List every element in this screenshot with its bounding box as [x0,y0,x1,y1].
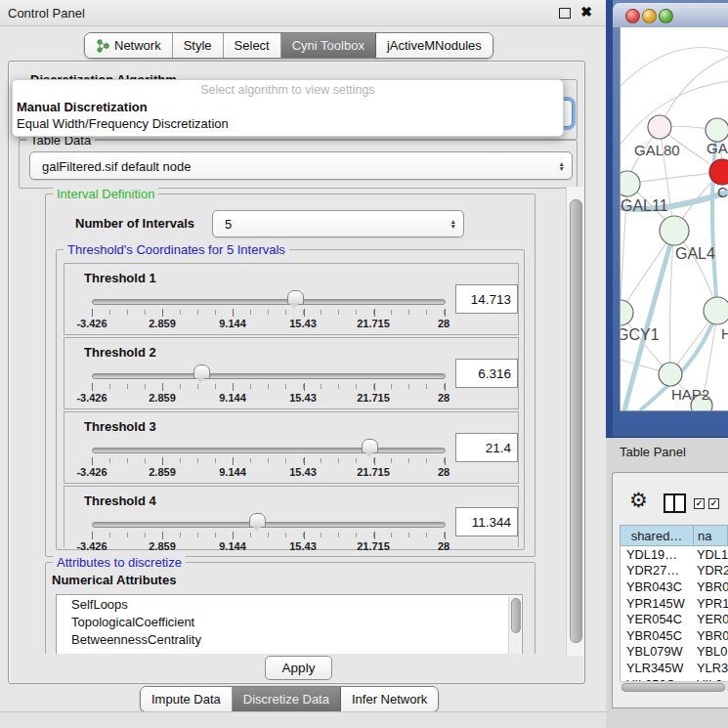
network-node-label: GCY1 [621,326,660,343]
tab-infer-network[interactable]: Infer Network [341,687,438,711]
table-row[interactable]: YER054CYER0 [621,611,728,627]
tab-discretize-data[interactable]: Discretize Data [233,687,341,711]
interval-definition-group: Interval Definition Number of Intervals … [45,193,535,557]
settings-scrollbar-thumb[interactable] [570,199,582,643]
app-root: Control Panel ✖ Network Style Select Cyn… [0,0,728,728]
network-node-label: GAL11 [621,197,668,214]
network-node-label: GAL4 [675,245,715,262]
thresholds-title: Threshold's Coordinates for 5 Intervals [64,242,289,257]
slider-ticks [92,384,445,389]
zoom-traffic-light-icon[interactable] [659,9,673,23]
threshold-2-panel: Threshold 2 -3.4262.8599.144 15.4321.715… [64,337,519,409]
apply-button[interactable]: Apply [265,656,332,680]
dropdown-option-manual[interactable]: Manual Discretization [17,100,148,114]
slider-tick-labels: -3.4262.8599.144 15.4321.71528 [92,392,444,404]
tab-style[interactable]: Style [173,33,224,58]
slider-tick-labels: -3.4262.8599.144 15.4321.71528 [92,318,444,329]
threshold-1-value-field[interactable]: 14.713 [455,284,518,314]
table-data-combobox[interactable]: galFiltered.sif default node ▲▼ [29,151,573,180]
gear-icon[interactable]: ⚙ [629,490,648,510]
slider-tick-labels: -3.4262.8599.144 15.4321.71528 [92,540,444,552]
network-canvas[interactable]: GAL80GACGAL11GAL4GCY1HHAP2 [620,27,728,411]
table-row[interactable]: YPR145WYPR1 [621,595,728,612]
threshold-4-label: Threshold 4 [84,493,156,508]
tab-cyni-toolbox[interactable]: Cyni Toolbox [281,33,376,58]
settings-scrollbar[interactable] [566,187,583,656]
table-hscrollbar-thumb[interactable] [621,683,725,692]
tab-network-label: Network [114,38,161,53]
number-of-intervals-combobox[interactable]: 5 ▲▼ [212,210,464,237]
tab-select[interactable]: Select [224,33,281,58]
threshold-3-panel: Threshold 3 -3.4262.8599.144 15.4321.715… [64,411,519,484]
close-icon[interactable]: ✖ [580,4,592,20]
column-header-shared-name[interactable]: shared… [620,525,694,546]
interval-definition-title: Interval Definition [53,187,158,201]
threshold-2-value-field[interactable]: 6.316 [455,359,518,388]
tab-impute-data-label: Impute Data [151,692,221,707]
control-panel-titlebar: Control Panel ✖ [0,0,606,26]
network-node[interactable] [704,297,728,324]
apply-button-label: Apply [282,661,316,675]
tab-impute-data[interactable]: Impute Data [141,687,233,711]
table-horizontal-scrollbar[interactable] [621,681,728,691]
minimize-traffic-light-icon[interactable] [642,9,657,23]
network-node[interactable] [648,115,671,139]
tab-jactivemnodules-label: jActiveMNodules [387,38,482,53]
table-body: YDL19…YDL1 YDR27…YDR2 YBR043CYBR0 YPR145… [620,546,728,681]
table-row[interactable]: YDL19…YDL1 [621,546,728,563]
threshold-4-value-field[interactable]: 11.344 [455,507,518,536]
float-window-icon[interactable] [559,8,571,19]
panel-title: Control Panel [8,6,85,21]
attributes-title: Attributes to discretize [53,555,186,570]
column-header-name[interactable]: na [694,525,728,546]
close-traffic-light-icon[interactable] [625,9,640,23]
threshold-1-slider-thumb[interactable] [287,290,304,305]
threshold-4-slider-thumb[interactable] [249,513,266,528]
network-view-window: GAL80GACGAL11GAL4GCY1HHAP2 [606,0,728,438]
tab-discretize-data-label: Discretize Data [243,692,329,707]
network-node[interactable] [621,300,633,325]
cyni-toolbox-panel: Discretization Algorithm ▲▼ Table Data g… [8,61,585,684]
thresholds-group: Threshold's Coordinates for 5 Intervals … [56,249,525,550]
window-frame-edge [606,0,613,437]
table-row[interactable]: YDR27…YDR2 [621,563,728,579]
network-node-label: C [717,184,728,200]
algorithm-dropdown-popup: Select algorithm to view settings Manual… [12,79,564,137]
checkbox-icon[interactable]: ✓ [694,498,705,509]
list-scrollbar[interactable] [508,596,521,654]
tab-jactivemnodules[interactable]: jActiveMNodules [376,33,492,58]
list-item[interactable]: BetweennessCentrality [57,630,522,648]
left-panel-footer [0,711,606,728]
network-node-label: GA [707,140,728,156]
tab-network[interactable]: Network [85,33,173,58]
tab-cyni-toolbox-label: Cyni Toolbox [292,38,364,53]
numerical-attributes-list: SelfLoops TopologicalCoefficient Between… [56,594,523,654]
threshold-3-slider-thumb[interactable] [362,439,378,453]
threshold-3-value-field[interactable]: 21.4 [455,433,518,462]
network-node[interactable] [621,171,640,196]
list-item[interactable]: SelfLoops [57,595,522,613]
network-node[interactable] [660,216,689,245]
threshold-2-slider-thumb[interactable] [193,364,210,379]
tab-infer-network-label: Infer Network [352,692,427,707]
slider-ticks [92,310,445,315]
threshold-1-label: Threshold 1 [84,271,156,285]
combo-stepper-icon: ▲▼ [559,161,565,171]
table-row[interactable]: YBR043CYBR0 [621,578,728,595]
dropdown-option-equal-width[interactable]: Equal Width/Frequency Discretization [17,116,229,131]
list-item[interactable]: TopologicalCoefficient [57,613,522,630]
table-row[interactable]: YBR045CYBR0 [621,627,728,644]
table-row[interactable]: YLR345WYLR3 [621,660,728,676]
network-window-titlebar[interactable] [613,3,728,28]
table-data-value: galFiltered.sif default node [42,158,191,173]
split-columns-icon[interactable] [664,493,686,513]
combo-stepper-icon: ▲▼ [450,219,456,229]
network-node[interactable] [706,118,728,142]
network-node[interactable] [659,363,682,386]
checkbox-icon[interactable]: ✓ [708,498,719,509]
table-row[interactable]: YBL079WYBL0 [621,644,728,661]
network-node-label: HAP2 [671,386,709,403]
number-of-intervals-value: 5 [225,217,232,232]
tab-select-label: Select [235,38,270,53]
network-node-label: GAL80 [634,142,680,158]
